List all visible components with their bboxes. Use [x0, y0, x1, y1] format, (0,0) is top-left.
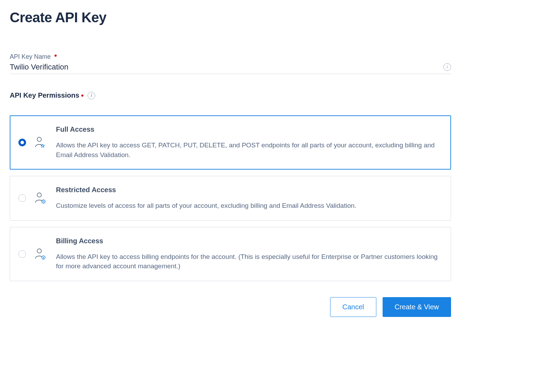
user-star-icon: [34, 136, 46, 149]
permission-option-billing[interactable]: $ Billing Access Allows the API key to a…: [10, 227, 451, 281]
page-title: Create API Key: [10, 10, 451, 25]
create-and-view-button[interactable]: Create & View: [383, 297, 451, 317]
permission-description: Allows the API key to access GET, PATCH,…: [56, 140, 441, 160]
permissions-label-text: API Key Permissions: [10, 91, 79, 99]
permissions-label: API Key Permissions i: [10, 91, 451, 99]
permission-description: Allows the API key to access billing end…: [56, 252, 441, 271]
cancel-button[interactable]: Cancel: [330, 297, 376, 317]
svg-point-0: [37, 137, 41, 141]
required-dot-icon: [55, 55, 57, 57]
permission-description: Customize levels of access for all parts…: [56, 201, 441, 211]
radio-restricted-access[interactable]: [18, 194, 26, 202]
permission-title: Full Access: [56, 125, 441, 133]
user-gear-icon: [34, 192, 46, 204]
svg-point-1: [37, 193, 41, 197]
svg-point-3: [43, 201, 44, 202]
svg-text:$: $: [43, 256, 44, 259]
info-icon[interactable]: i: [443, 63, 451, 71]
info-icon[interactable]: i: [88, 92, 95, 99]
user-dollar-icon: $: [34, 248, 46, 260]
api-key-name-input[interactable]: [10, 63, 439, 72]
radio-full-access[interactable]: [18, 139, 26, 146]
api-key-name-label-text: API Key Name: [10, 53, 51, 60]
permission-title: Billing Access: [56, 237, 441, 245]
permission-option-full[interactable]: Full Access Allows the API key to access…: [10, 115, 451, 170]
permission-option-restricted[interactable]: Restricted Access Customize levels of ac…: [10, 176, 451, 221]
api-key-name-label: API Key Name: [10, 53, 451, 60]
required-dot-icon: [81, 95, 83, 97]
svg-point-4: [37, 249, 41, 253]
permission-title: Restricted Access: [56, 186, 441, 194]
radio-billing-access[interactable]: [18, 250, 26, 258]
